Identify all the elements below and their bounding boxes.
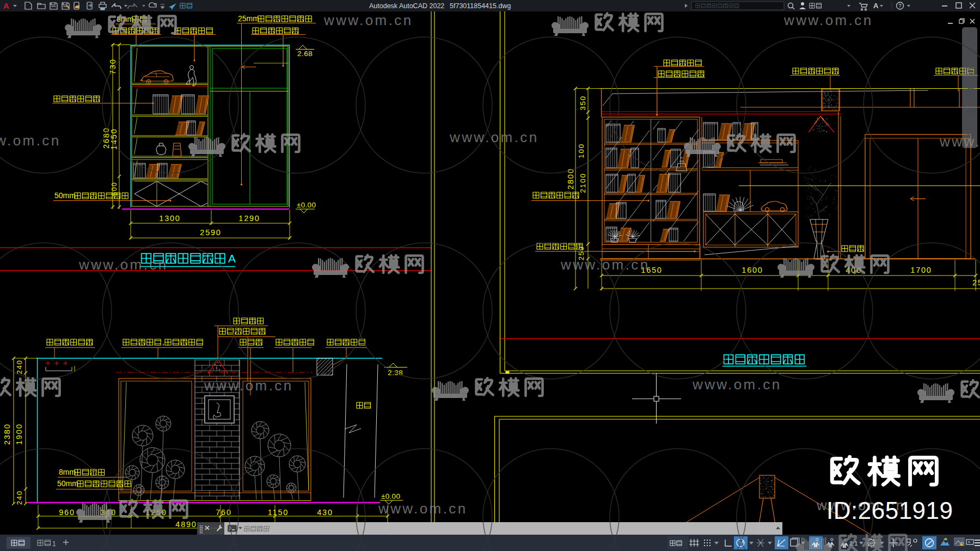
svg-text:1450: 1450: [109, 128, 118, 149]
svg-text:2.68: 2.68: [297, 50, 313, 58]
svg-text:1700: 1700: [910, 266, 932, 274]
svg-text:1600: 1600: [742, 266, 763, 274]
svg-text:1300: 1300: [159, 214, 180, 223]
svg-text:±0.00: ±0.00: [381, 492, 400, 500]
svg-text:250: 250: [577, 246, 585, 260]
svg-text:5f73011854415.dwg: 5f73011854415.dwg: [450, 2, 511, 10]
svg-text:100: 100: [577, 143, 585, 158]
svg-text:600: 600: [111, 181, 118, 195]
svg-text:1290: 1290: [238, 214, 260, 223]
svg-text:2100: 2100: [579, 173, 587, 193]
svg-text:4890: 4890: [175, 520, 197, 529]
svg-text:1150: 1150: [268, 508, 289, 517]
svg-text:1:1: 1:1: [849, 540, 857, 547]
svg-text:400: 400: [846, 266, 862, 274]
svg-text:A: A: [873, 2, 879, 10]
svg-text:1900: 1900: [15, 423, 23, 444]
svg-text:2380: 2380: [3, 423, 11, 444]
svg-text:340: 340: [100, 508, 117, 517]
svg-text:1650: 1650: [641, 266, 662, 274]
svg-text:240: 240: [15, 359, 23, 374]
svg-text:2590: 2590: [200, 228, 221, 237]
svg-text:960: 960: [59, 508, 75, 517]
svg-text:A: A: [228, 252, 236, 265]
svg-text:Autodesk AutoCAD 2022: Autodesk AutoCAD 2022: [369, 2, 444, 10]
svg-text:,: ,: [162, 338, 164, 346]
svg-text:50mm: 50mm: [57, 479, 78, 488]
svg-text:240: 240: [15, 490, 23, 505]
svg-text:8mm: 8mm: [59, 468, 76, 476]
svg-text:A: A: [3, 1, 9, 10]
svg-text:430: 430: [317, 508, 333, 517]
svg-text:2.38: 2.38: [388, 369, 403, 377]
svg-text:350: 350: [579, 95, 587, 111]
svg-text:±0.00: ±0.00: [297, 201, 316, 209]
svg-text:?: ?: [898, 3, 902, 9]
svg-text:50mm: 50mm: [54, 191, 76, 200]
svg-text:1250: 1250: [145, 508, 167, 517]
svg-text:2800: 2800: [566, 168, 575, 189]
svg-text:760: 760: [216, 508, 232, 517]
svg-text:25: 25: [972, 278, 980, 287]
svg-text:730: 730: [108, 58, 117, 75]
svg-text:1: 1: [52, 540, 56, 548]
svg-text:8mm: 8mm: [117, 15, 133, 23]
svg-text:25mm: 25mm: [238, 14, 259, 23]
